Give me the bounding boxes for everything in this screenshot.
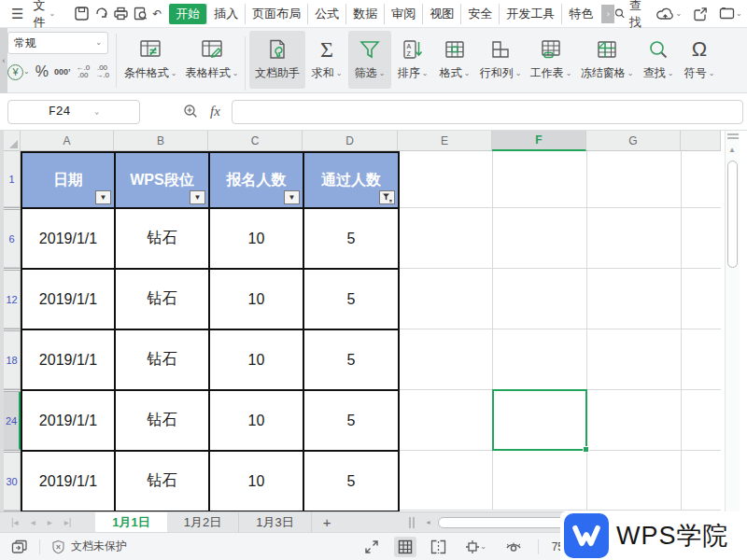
number-format-select[interactable]: 常规 ⌄ <box>7 32 108 54</box>
tab-data[interactable]: 数据 <box>345 4 384 24</box>
new-tab-button[interactable]: ⌄ <box>719 7 742 21</box>
column-header-a[interactable]: A <box>21 131 114 151</box>
tab-view[interactable]: 视图 <box>422 4 460 24</box>
filter-button[interactable]: 筛选⌄ <box>348 31 391 89</box>
decrease-decimal-button[interactable]: ←.0.00 <box>76 64 90 79</box>
column-header-g[interactable]: G <box>586 131 681 151</box>
column-header-b[interactable]: B <box>114 131 208 151</box>
row-header-24[interactable]: 24 <box>4 392 21 450</box>
symbol-button[interactable]: Ω 符号⌄ <box>679 31 720 89</box>
find-replace-button[interactable]: 查找⌄ <box>638 31 679 89</box>
cell-a30[interactable]: 2019/1/1 <box>22 452 116 512</box>
cell-b18[interactable]: 钻石 <box>116 330 210 391</box>
formula-input[interactable] <box>232 100 743 124</box>
cell-d24[interactable]: 5 <box>304 391 400 452</box>
table-header-date[interactable]: 日期 ▼ <box>22 153 116 209</box>
print-preview-icon[interactable] <box>133 4 148 24</box>
page-break-view-icon[interactable] <box>428 537 450 557</box>
row-header-30[interactable]: 30 <box>4 453 21 511</box>
sheet-tab-jan2[interactable]: 1月2日 <box>167 512 239 533</box>
page-layout-view-icon[interactable]: ⌄ <box>461 537 491 557</box>
percent-style-button[interactable]: % <box>35 63 49 80</box>
row-header-18[interactable]: 18 <box>4 331 21 389</box>
sheet-tab-jan3[interactable]: 1月3日 <box>239 512 311 533</box>
cell-d30[interactable]: 5 <box>304 452 400 512</box>
collapse-panel-strip[interactable]: ‹ <box>0 28 7 93</box>
tab-page-layout[interactable]: 页面布局 <box>245 4 307 24</box>
cell-a18[interactable]: 2019/1/1 <box>22 330 116 391</box>
table-header-rank[interactable]: WPS段位 ▼ <box>116 153 210 209</box>
vertical-scrollbar-thumb[interactable] <box>727 161 738 268</box>
tab-review[interactable]: 审阅 <box>384 4 422 24</box>
tab-formulas[interactable]: 公式 <box>307 4 345 24</box>
cell-b12[interactable]: 钻石 <box>116 270 210 330</box>
fill-handle[interactable] <box>583 446 589 453</box>
tab-insert[interactable]: 插入 <box>206 4 245 24</box>
column-header-f[interactable]: F <box>492 131 586 151</box>
find-button[interactable]: 查找 <box>614 0 648 31</box>
tab-special[interactable]: 特色 <box>561 4 599 24</box>
cell-a12[interactable]: 2019/1/1 <box>22 270 116 330</box>
format-button[interactable]: 格式⌄ <box>434 31 475 89</box>
scroll-left-icon[interactable]: ◂ <box>426 518 430 526</box>
name-box[interactable]: F24 ⌄ <box>7 100 140 124</box>
sum-button[interactable]: Σ 求和⌄ <box>305 31 348 89</box>
sheet-tab-jan1[interactable]: 1月1日 <box>95 512 166 533</box>
cell-d12[interactable]: 5 <box>304 270 400 330</box>
tab-overflow-chevron-icon[interactable]: › <box>601 5 614 23</box>
filter-applied-button[interactable] <box>379 190 395 204</box>
tab-home[interactable]: 开始 <box>169 4 206 24</box>
cell-b24[interactable]: 钻石 <box>116 391 210 452</box>
print-icon[interactable] <box>113 4 129 24</box>
selected-cell-f24[interactable] <box>492 389 587 451</box>
tab-dev-tools[interactable]: 开发工具 <box>499 4 561 24</box>
cell-c30[interactable]: 10 <box>210 452 304 512</box>
rows-cols-button[interactable]: 行和列⌄ <box>475 31 526 89</box>
increase-decimal-button[interactable]: .00→.0 <box>95 64 109 79</box>
share-icon[interactable] <box>692 4 709 24</box>
column-header-partial[interactable] <box>681 131 721 151</box>
tab-security[interactable]: 安全 <box>460 4 499 24</box>
cell-a24[interactable]: 2019/1/1 <box>22 391 116 452</box>
worksheet-button[interactable]: 工作表⌄ <box>526 31 576 89</box>
function-search-icon[interactable] <box>183 104 199 119</box>
table-header-registered[interactable]: 报名人数 ▼ <box>210 153 304 209</box>
workspace-icon[interactable] <box>11 539 28 554</box>
cell-b30[interactable]: 钻石 <box>116 452 210 512</box>
vertical-split-handle[interactable] <box>727 133 739 139</box>
file-menu[interactable]: 文件 ⌄ <box>29 0 59 31</box>
normal-view-icon[interactable] <box>394 537 416 557</box>
last-sheet-icon[interactable]: ▸| <box>64 517 72 527</box>
column-header-d[interactable]: D <box>303 131 398 151</box>
protection-status[interactable]: 文档未保护 <box>51 539 127 554</box>
row-header-1[interactable]: 1 <box>4 151 21 207</box>
select-all-corner[interactable] <box>4 131 21 151</box>
reading-view-icon[interactable] <box>502 537 525 557</box>
cell-b6[interactable]: 钻石 <box>116 209 210 270</box>
horizontal-scrollbar-thumb[interactable] <box>438 517 569 528</box>
currency-style-button[interactable]: ¥ ⌄ <box>7 64 30 80</box>
save-icon[interactable] <box>74 4 90 24</box>
hamburger-menu-icon[interactable]: ☰ <box>6 6 29 22</box>
cell-c24[interactable]: 10 <box>210 391 304 452</box>
row-header-6[interactable]: 6 <box>4 210 21 268</box>
sort-button[interactable]: AZ 排序⌄ <box>391 31 434 89</box>
scroll-up-icon[interactable]: ▲ <box>728 146 736 154</box>
table-style-button[interactable]: 表格样式⌄ <box>181 31 243 89</box>
undo-icon[interactable]: ↶ <box>152 4 162 24</box>
doc-assistant-button[interactable]: 文档助手 <box>249 31 305 89</box>
fullscreen-icon[interactable] <box>360 537 383 557</box>
horizontal-split-handle[interactable] <box>409 517 415 528</box>
column-header-e[interactable]: E <box>398 131 492 151</box>
first-sheet-icon[interactable]: |◂ <box>11 517 19 527</box>
filter-dropdown-button[interactable]: ▼ <box>190 190 205 204</box>
comma-style-button[interactable]: 000 ’ <box>54 68 71 76</box>
cloud-sync-button[interactable]: ⌄ <box>656 7 682 21</box>
cell-d6[interactable]: 5 <box>304 209 400 270</box>
freeze-panes-button[interactable]: 冻结窗格⌄ <box>576 31 638 89</box>
row-header-12[interactable]: 12 <box>4 271 21 329</box>
conditional-format-button[interactable]: 条件格式⌄ <box>120 31 181 89</box>
cell-c6[interactable]: 10 <box>210 209 304 270</box>
filter-dropdown-button[interactable]: ▼ <box>284 190 300 204</box>
vertical-scrollbar[interactable]: ▲ <box>725 131 740 511</box>
